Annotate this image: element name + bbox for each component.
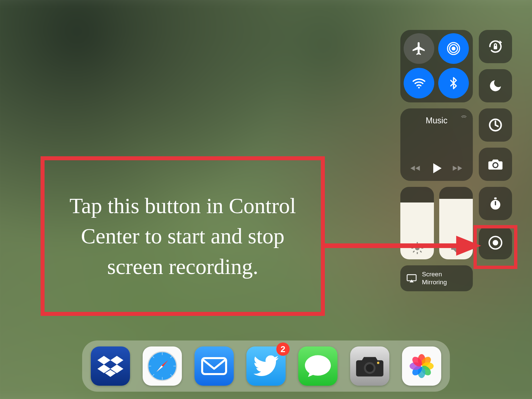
svg-marker-6	[433, 163, 442, 173]
airdrop-toggle[interactable]	[438, 33, 469, 64]
airplane-icon	[411, 41, 427, 56]
dock-app-camera[interactable]	[350, 346, 389, 386]
dock-app-messages[interactable]	[298, 346, 337, 386]
timer-icon	[488, 117, 503, 133]
camera-app-icon	[355, 355, 384, 377]
airdrop-icon	[446, 41, 462, 57]
music-panel[interactable]: Music	[400, 108, 473, 181]
bluetooth-toggle[interactable]	[438, 68, 469, 98]
camera-icon	[488, 158, 503, 171]
svg-point-50	[366, 364, 373, 372]
music-title: Music	[406, 116, 467, 125]
svg-marker-31	[97, 356, 110, 364]
stopwatch-button[interactable]	[479, 187, 512, 220]
twitter-icon	[253, 355, 279, 377]
dock-app-dropbox[interactable]	[91, 346, 130, 386]
dropbox-icon	[97, 354, 123, 378]
svg-rect-25	[494, 198, 496, 200]
svg-marker-8	[458, 166, 462, 171]
dock-app-mail[interactable]	[195, 346, 234, 386]
dock: 2	[82, 340, 450, 392]
svg-marker-32	[110, 356, 123, 364]
bluetooth-icon	[447, 76, 460, 90]
camera-button[interactable]	[479, 148, 512, 181]
screen-mirroring-button[interactable]: Screen Mirroring	[400, 265, 473, 291]
svg-point-9	[415, 246, 419, 250]
svg-point-0	[452, 47, 456, 51]
dock-app-photos[interactable]	[402, 346, 441, 386]
svg-line-14	[413, 244, 414, 245]
airplay-indicator-icon	[460, 112, 467, 120]
play-icon	[430, 162, 443, 175]
moon-icon	[488, 78, 503, 93]
svg-line-17	[420, 244, 421, 245]
mail-icon	[201, 357, 227, 375]
wifi-icon	[411, 75, 427, 91]
callout-box: Tap this button in Control Center to sta…	[41, 156, 325, 316]
svg-marker-18	[451, 244, 456, 253]
screen-mirroring-icon	[406, 274, 417, 283]
brightness-icon	[411, 241, 424, 255]
screen-mirroring-label: Screen Mirroring	[422, 270, 447, 286]
brightness-slider[interactable]	[400, 187, 434, 259]
connectivity-panel[interactable]	[400, 30, 473, 102]
svg-marker-7	[453, 166, 457, 171]
next-track-button[interactable]	[451, 163, 464, 175]
previous-track-button[interactable]	[409, 163, 423, 175]
rewind-icon	[409, 163, 423, 173]
rotation-lock-icon	[487, 38, 504, 55]
sliders-group	[400, 187, 473, 259]
svg-point-51	[377, 362, 379, 364]
twitter-badge: 2	[276, 342, 290, 356]
volume-slider[interactable]	[439, 187, 473, 259]
wifi-toggle[interactable]	[404, 68, 434, 98]
svg-line-15	[420, 251, 421, 252]
svg-point-3	[418, 87, 420, 88]
rotation-lock-button[interactable]	[479, 30, 512, 63]
safari-icon	[146, 350, 179, 382]
svg-rect-48	[202, 358, 226, 374]
svg-marker-5	[410, 166, 415, 171]
do-not-disturb-button[interactable]	[479, 69, 512, 102]
airplane-mode-toggle[interactable]	[404, 33, 434, 64]
fast-forward-icon	[451, 163, 464, 173]
play-button[interactable]	[430, 162, 443, 176]
photos-icon	[407, 352, 436, 380]
svg-marker-4	[415, 166, 420, 171]
callout-text: Tap this button in Control Center to sta…	[55, 191, 311, 281]
volume-icon	[450, 241, 463, 255]
timer-button[interactable]	[479, 108, 512, 142]
svg-line-16	[413, 251, 414, 252]
messages-icon	[304, 353, 332, 379]
stopwatch-icon	[488, 196, 503, 211]
highlight-box	[473, 225, 517, 269]
dock-app-safari[interactable]	[143, 346, 182, 386]
dock-app-twitter[interactable]: 2	[246, 346, 286, 386]
